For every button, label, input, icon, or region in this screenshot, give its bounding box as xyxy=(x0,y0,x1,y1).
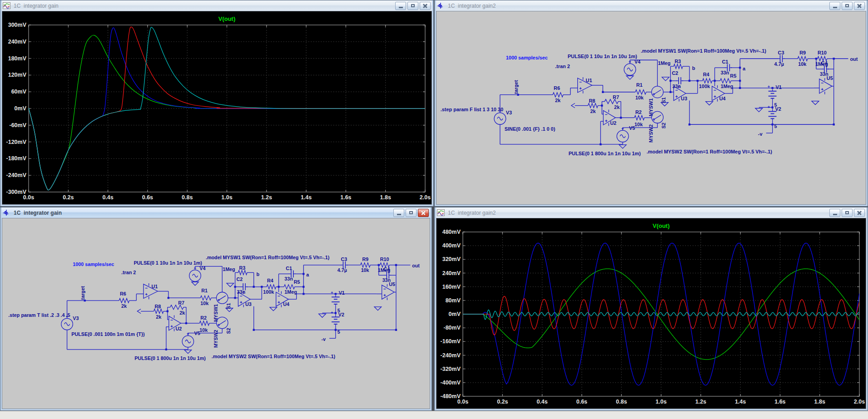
restore-button[interactable] xyxy=(842,2,853,10)
titlebar[interactable]: 1C integrator gain xyxy=(2,207,430,218)
window-title: 1C integrator gain2 xyxy=(447,3,827,9)
schematic-label: V2 xyxy=(775,106,781,112)
schematic-label: 1000 samples/sec xyxy=(73,261,114,267)
x-tick-label: 1.6s xyxy=(774,399,785,405)
schematic-label: MYSW2 xyxy=(648,124,654,143)
schematic-label: 10k xyxy=(200,301,208,306)
status-strip xyxy=(0,411,868,419)
schematic-label: R9 xyxy=(362,256,369,262)
close-button[interactable] xyxy=(418,209,429,217)
minimize-button[interactable] xyxy=(829,2,840,10)
schematic-label: .model MYSW1 SW(Ron=1 Roff=100Meg Vt=.5 … xyxy=(641,48,767,54)
schematic-label: target xyxy=(80,286,85,300)
schematic-label: a xyxy=(743,66,746,71)
schematic-label: R8 xyxy=(154,304,161,309)
x-tick-label: 0.2s xyxy=(497,399,508,405)
y-tick-label: -300mV xyxy=(6,189,27,195)
x-tick-label: 2.0s xyxy=(420,194,431,201)
schematic-canvas[interactable]: 1000 samples/sec.tran 2PULSE(0 1 10u 1n … xyxy=(2,218,430,409)
schematic-label: .model MYSW2 SW(Ron=1 Roff=100Meg Vt=.5 … xyxy=(647,149,773,154)
schematic-label: MYSW1 xyxy=(648,98,654,116)
schematic-label: C4 xyxy=(384,266,390,272)
schematic-label: C4 xyxy=(821,60,828,66)
y-tick-label: 300mV xyxy=(8,22,27,28)
schematic-label: 100k xyxy=(699,84,710,89)
waveform-icon xyxy=(3,2,10,9)
minimize-button[interactable] xyxy=(829,209,840,217)
y-tick-label: 240mV xyxy=(8,39,27,45)
schematic-label: 100k xyxy=(263,289,274,295)
window-schematic-integrator-gain: 1C integrator gain 1000 samples/sec.tran… xyxy=(0,207,432,411)
schematic-icon xyxy=(3,209,10,216)
schematic-label: 10k xyxy=(635,95,644,100)
schematic-label: R9 xyxy=(799,50,806,55)
schematic-label: .model MYSW1 SW(Ron=1 Roff=100Meg Vt=.5 … xyxy=(206,255,330,260)
restore-button[interactable] xyxy=(842,209,853,217)
schematic-label: 33n xyxy=(284,276,293,281)
restore-button[interactable] xyxy=(407,2,418,10)
schematic-label: 1Meg xyxy=(658,60,670,66)
schematic-label: 1Meg xyxy=(223,266,235,272)
schematic-label: out xyxy=(412,263,420,268)
schematic-label: V1 xyxy=(339,290,345,296)
close-button[interactable] xyxy=(854,209,865,217)
restore-button[interactable] xyxy=(406,209,417,217)
x-tick-label: 1.2s xyxy=(695,399,706,405)
schematic-label: V3 xyxy=(73,315,79,321)
y-tick-label: -480mV xyxy=(441,393,461,399)
waveform-icon xyxy=(3,2,10,9)
waveform-plot-canvas[interactable]: 0.0s0.2s0.4s0.6s0.8s1.0s1.2s1.4s1.6s1.8s… xyxy=(2,11,432,205)
schematic-label: 10k xyxy=(635,122,643,127)
schematic-label: R2 xyxy=(200,315,207,320)
schematic-label: R7 xyxy=(178,300,184,306)
schematic-label: PULSE(0 .001 100n 1m 01m {T}) xyxy=(71,331,145,337)
schematic-label: C3 xyxy=(778,50,784,55)
close-button[interactable] xyxy=(420,2,431,10)
schematic-icon xyxy=(437,2,445,9)
schematic-label: PULSE(0 1 800u 1n 1n 10u 1m) xyxy=(569,151,641,156)
schematic-label: 33n xyxy=(237,289,246,295)
titlebar[interactable]: 1C integrator gain2 xyxy=(436,207,866,218)
y-tick-label: -80mV xyxy=(443,325,461,331)
schematic-label: R6 xyxy=(554,85,560,91)
schematic-label: C2 xyxy=(672,70,678,76)
titlebar[interactable]: 1C integrator gain xyxy=(2,0,432,11)
y-tick-label: -240mV xyxy=(441,352,461,359)
schematic-icon xyxy=(437,2,445,9)
schematic-label: MYSW2 xyxy=(213,330,218,347)
schematic-label: target xyxy=(513,80,519,94)
titlebar[interactable]: 1C integrator gain2 xyxy=(436,0,866,11)
window-title: 1C integrator gain xyxy=(13,3,393,9)
schematic-label: R4 xyxy=(267,278,273,283)
minimize-button[interactable] xyxy=(395,2,406,10)
waveform-plot: 0.0s0.2s0.4s0.6s0.8s1.0s1.2s1.4s1.6s1.8s… xyxy=(436,218,866,409)
y-tick-label: -320mV xyxy=(441,366,461,372)
schematic-label: 5 xyxy=(774,123,777,129)
schematic-label: C1 xyxy=(722,59,728,64)
x-tick-label: 0.6s xyxy=(576,399,587,405)
schematic-label: V4 xyxy=(199,266,205,271)
schematic-label: 10k xyxy=(199,327,208,333)
x-tick-label: 0.0s xyxy=(457,399,468,405)
schematic-label: 33n xyxy=(672,84,681,89)
schematic: 1000 samples/sec.tran 2PULSE(0 1 10u 1n … xyxy=(436,11,866,204)
y-tick-label: -120mV xyxy=(6,139,27,145)
schematic-label: 4.7µ xyxy=(337,267,347,273)
schematic-label: R10 xyxy=(818,50,827,55)
y-tick-label: -240mV xyxy=(6,172,27,178)
schematic-label: 2k xyxy=(121,303,127,309)
schematic-label: U4 xyxy=(283,301,289,307)
schematic-label: 4.7µ xyxy=(774,61,784,67)
schematic-canvas[interactable]: 1000 samples/sec.tran 2PULSE(0 1 10u 1n … xyxy=(436,11,866,205)
x-tick-label: 0.4s xyxy=(536,399,547,405)
close-button[interactable] xyxy=(854,2,865,10)
y-tick-label: 180mV xyxy=(8,55,27,62)
y-tick-label: 0mV xyxy=(449,311,461,317)
waveform-plot-canvas[interactable]: 0.0s0.2s0.4s0.6s0.8s1.0s1.2s1.4s1.6s1.8s… xyxy=(436,218,866,409)
minimize-button[interactable] xyxy=(393,209,404,217)
schematic-label: 2k xyxy=(614,104,620,110)
y-tick-label: -400mV xyxy=(441,380,461,386)
y-tick-label: 60mV xyxy=(11,89,27,95)
schematic-label: 1000 samples/sec xyxy=(506,55,548,60)
schematic-label: V5 xyxy=(194,330,200,336)
